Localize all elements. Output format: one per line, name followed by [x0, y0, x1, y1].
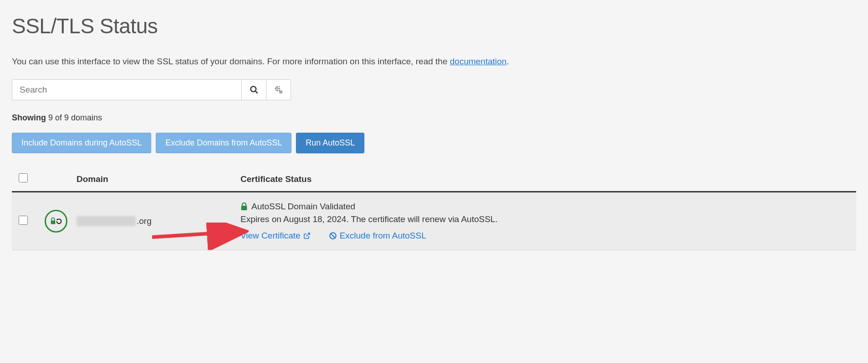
- domain-name: .org: [77, 216, 231, 226]
- redacted-domain: [77, 216, 136, 226]
- view-certificate-link[interactable]: View Certificate: [240, 231, 311, 241]
- svg-line-1: [255, 91, 257, 93]
- status-title: AutoSSL Domain Validated: [251, 202, 355, 212]
- description-text: You can use this interface to view the S…: [12, 57, 856, 67]
- select-all-checkbox[interactable]: [19, 173, 28, 182]
- view-certificate-label: View Certificate: [240, 231, 301, 241]
- svg-line-9: [331, 233, 335, 238]
- gears-icon: [274, 85, 284, 95]
- page-title: SSL/TLS Status: [12, 14, 856, 38]
- search-button[interactable]: [242, 79, 266, 100]
- domain-header: Domain: [72, 168, 236, 192]
- search-icon: [250, 85, 259, 94]
- domains-table: Domain Certificate Status .org: [12, 168, 856, 250]
- svg-point-2: [276, 88, 278, 89]
- ssl-status-icon: [45, 210, 67, 233]
- showing-count: 9 of 9 domains: [46, 113, 102, 122]
- domain-suffix: .org: [137, 216, 152, 226]
- search-input[interactable]: [12, 79, 242, 100]
- external-link-icon: [303, 232, 311, 239]
- exclude-autossl-link[interactable]: Exclude from AutoSSL: [329, 231, 426, 241]
- table-row: .org AutoSSL Domain Validated Expires on…: [12, 192, 856, 250]
- svg-line-7: [306, 233, 309, 236]
- prohibit-icon: [329, 232, 337, 240]
- svg-rect-6: [241, 206, 247, 210]
- svg-point-0: [250, 87, 256, 92]
- showing-label: Showing: [12, 113, 46, 122]
- description-prefix: You can use this interface to view the S…: [12, 57, 450, 66]
- action-buttons: Include Domains during AutoSSL Exclude D…: [12, 133, 856, 153]
- showing-text: Showing 9 of 9 domains: [12, 113, 856, 123]
- exclude-domains-button[interactable]: Exclude Domains from AutoSSL: [156, 133, 291, 153]
- lock-icon: [240, 202, 248, 211]
- search-settings-button[interactable]: [266, 79, 291, 100]
- documentation-link[interactable]: documentation: [450, 57, 507, 66]
- status-detail: Expires on August 18, 2024. The certific…: [240, 214, 852, 224]
- row-checkbox[interactable]: [19, 216, 28, 225]
- search-bar: [12, 79, 856, 100]
- lock-refresh-icon: [50, 217, 62, 226]
- include-domains-button[interactable]: Include Domains during AutoSSL: [12, 133, 151, 153]
- svg-point-3: [280, 91, 281, 93]
- cert-status-header: Certificate Status: [236, 168, 856, 192]
- description-suffix: .: [506, 57, 509, 66]
- run-autossl-button[interactable]: Run AutoSSL: [296, 133, 364, 153]
- svg-rect-4: [51, 220, 56, 224]
- exclude-autossl-label: Exclude from AutoSSL: [340, 231, 426, 241]
